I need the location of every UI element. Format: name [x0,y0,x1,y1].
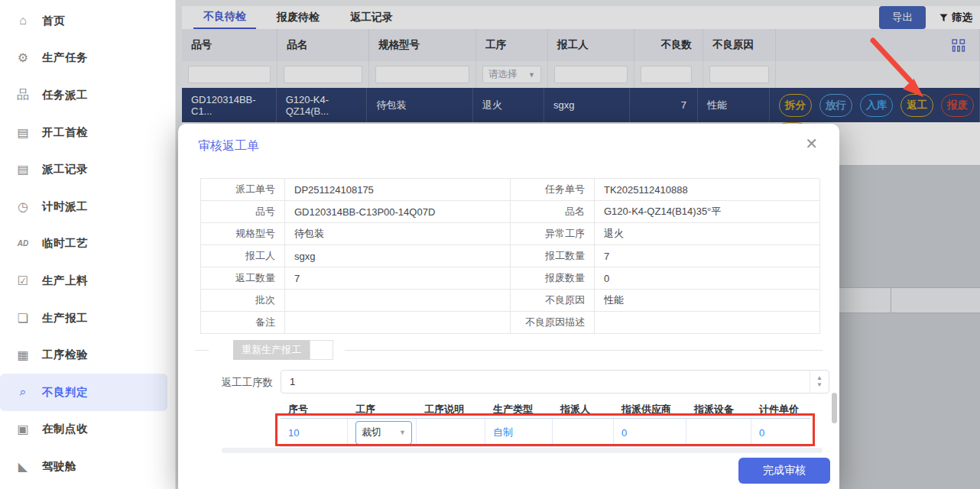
remark-value [285,312,511,334]
clock-icon: ◷ [15,199,31,214]
sidebar-item-timed-dispatch[interactable]: ◷计时派工 [0,188,167,225]
assignee-value[interactable] [553,419,614,446]
sidebar-item-label: 开工首检 [42,125,88,140]
spec-value: 待包装 [285,223,511,245]
table-scrollbar-track [222,448,823,453]
sidebar-item-label: 在制点收 [42,422,88,436]
document-icon: ❏ [15,311,31,325]
number-stepper[interactable]: ▲ ▼ [810,371,829,393]
divider-line [345,350,823,351]
sidebar-item-label: 临时工艺 [42,236,88,251]
chevron-down-icon: ▼ [399,429,406,436]
process-cell: 裁切 ▼ [348,419,417,446]
steps-col-seq: 序号 [281,401,348,418]
seq-value: 10 [281,419,348,446]
item-no-value: GD120314BB-C13P00-14Q07D [285,201,511,223]
process-select-value: 裁切 [362,426,381,439]
sidebar-item-task-dispatch[interactable]: 品任务派工 [0,76,167,114]
steps-col-supplier: 指派供应商 [614,401,686,418]
sidebar-item-label: 工序检验 [42,348,88,362]
sidebar-item-label: 不良判定 [42,385,88,400]
steps-col-device: 指派设备 [686,401,751,418]
id-card-icon: ▤ [15,125,31,140]
sidebar-item-production-tasks[interactable]: ⚙生产任务 [0,40,167,77]
dialog-title: 审核返工单 [198,138,259,154]
report-qty-value: 7 [595,245,820,267]
audio-description-icon: AD [15,239,31,248]
sidebar-item-label: 生产任务 [42,50,88,65]
field-label: 报工数量 [511,245,595,267]
device-value[interactable] [686,419,751,446]
sidebar-item-cockpit[interactable]: ◣驾驶舱 [0,448,167,485]
sitemap-icon: 品 [15,87,31,103]
stepper-up-icon[interactable]: ▲ [816,375,823,381]
steps-col-type: 生产类型 [485,401,553,418]
field-label: 返工数量 [201,267,285,290]
steps-col-price: 计件单价 [751,401,810,418]
process-select[interactable]: 裁切 ▼ [355,421,412,445]
field-label: 备注 [201,312,285,334]
abnormal-process-value: 退火 [595,223,820,245]
dashboard-chart-icon: ◣ [15,459,31,474]
field-label: 任务单号 [511,179,595,201]
rework-qty-value: 7 [285,267,511,290]
sidebar-item-defect-judgment[interactable]: ⌕不良判定 [0,374,167,411]
field-label: 异常工序 [511,223,595,245]
sidebar-item-work-report[interactable]: ❏生产报工 [0,300,167,337]
sidebar-item-process-inspection[interactable]: ▦工序检验 [0,336,167,374]
divider-line [195,350,209,351]
task-no-value: TK2025112410888 [595,179,820,201]
stepper-down-icon[interactable]: ▼ [816,382,823,388]
sidebar-item-temporary-process[interactable]: AD临时工艺 [0,225,167,263]
field-label: 报废数量 [511,267,595,290]
rework-audit-dialog: 审核返工单 ✕ 派工单号DP251124108175 任务单号TK2025112… [178,124,839,489]
defect-reason-value: 性能 [595,290,820,312]
rework-steps-input[interactable]: 1 ▲ ▼ [281,370,829,393]
gears-icon: ⚙ [15,50,31,65]
field-label: 派工单号 [201,179,285,201]
re-report-checkbox[interactable] [310,340,333,360]
re-report-toggle-label[interactable]: 重新生产报工 [233,340,310,360]
dispatch-no-value: DP251124108175 [285,179,511,201]
magnifier-plus-icon: ⌕ [15,385,31,399]
rework-steps-table: 序号 工序 工序说明 生产类型 指派人 指派供应商 指派设备 计件单价 10 裁… [281,401,810,447]
sidebar-item-dispatch-records[interactable]: ▤派工记录 [0,151,167,188]
modal-scrollbar-thumb[interactable] [832,393,837,423]
sidebar-item-label: 任务派工 [42,88,88,102]
field-label: 品名 [511,201,595,223]
rework-steps-value: 1 [281,376,810,387]
sidebar-item-label: 生产上料 [42,274,88,288]
sidebar-item-first-inspection[interactable]: ▤开工首检 [0,114,167,151]
field-label: 品号 [201,201,285,223]
archive-icon: ▣ [15,422,31,436]
defect-desc-value [595,312,820,334]
sidebar-item-home[interactable]: ⌂首页 [0,2,167,40]
supplier-value[interactable]: 0 [614,419,686,446]
field-label: 批次 [201,290,285,312]
field-label: 规格型号 [201,223,285,245]
rework-steps-label: 返工工序数 [178,376,273,390]
scrap-qty-value: 0 [595,267,820,290]
steps-table-row: 10 裁切 ▼ 自制 0 0 [281,419,810,447]
close-icon[interactable]: ✕ [805,134,818,153]
type-value[interactable]: 自制 [485,419,553,446]
steps-col-assignee: 指派人 [553,401,614,418]
reporter-value: sgxg [285,245,511,267]
sidebar-item-wip-receiving[interactable]: ▣在制点收 [0,411,167,449]
sidebar-item-label: 派工记录 [42,162,88,176]
checkbox-icon: ☑ [15,274,31,288]
rework-detail-form: 派工单号DP251124108175 任务单号TK2025112410888 品… [200,178,819,334]
sidebar-item-material-loading[interactable]: ☑生产上料 [0,262,167,300]
field-label: 不良原因 [511,290,595,312]
microchip-icon: ▦ [15,348,31,362]
steps-col-desc: 工序说明 [417,401,485,418]
complete-audit-button[interactable]: 完成审核 [738,458,830,484]
price-value[interactable]: 0 [751,419,810,446]
sidebar-item-label: 生产报工 [42,311,88,325]
id-card-icon: ▤ [15,162,31,176]
field-label: 报工人 [201,245,285,267]
sidebar-item-label: 计时派工 [42,199,88,214]
field-label: 不良原因描述 [511,312,595,334]
steps-col-process: 工序 [348,401,417,418]
desc-value[interactable] [417,419,485,446]
